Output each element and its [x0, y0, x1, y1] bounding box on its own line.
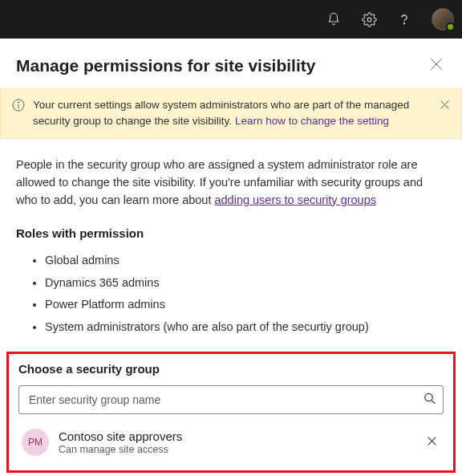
dismiss-banner-button[interactable]	[440, 99, 450, 115]
svg-line-10	[432, 400, 435, 403]
role-item: Dynamics 365 admins	[45, 272, 446, 295]
group-search	[18, 385, 444, 414]
panel-title: Manage permissions for site visibility	[16, 56, 315, 75]
group-avatar: PM	[22, 429, 49, 456]
info-icon	[12, 99, 25, 116]
group-text: Contoso site approvers Can manage site a…	[59, 429, 414, 456]
close-panel-button[interactable]	[427, 55, 446, 77]
panel-header: Manage permissions for site visibility	[16, 55, 446, 77]
svg-point-6	[18, 102, 18, 103]
selected-group-row: PM Contoso site approvers Can manage sit…	[18, 425, 444, 459]
user-avatar[interactable]	[432, 8, 454, 31]
search-icon[interactable]	[424, 392, 436, 407]
roles-list: Global admins Dynamics 365 admins Power …	[16, 250, 446, 338]
intro-link[interactable]: adding users to security groups	[214, 193, 376, 206]
group-search-input[interactable]	[18, 385, 444, 414]
roles-heading: Roles with permission	[16, 226, 446, 240]
app-header	[0, 0, 462, 39]
permissions-panel: Manage permissions for site visibility Y…	[0, 39, 462, 473]
group-name: Contoso site approvers	[59, 429, 414, 445]
banner-message: Your current settings allow system admin…	[33, 97, 432, 128]
role-item: Global admins	[45, 250, 446, 272]
group-picker-heading: Choose a security group	[18, 362, 444, 376]
svg-point-0	[367, 18, 371, 22]
security-group-section: Choose a security group PM Contoso site …	[6, 352, 456, 473]
settings-icon[interactable]	[361, 11, 377, 27]
banner-learn-link[interactable]: Learn how to change the setting	[235, 115, 389, 127]
svg-point-9	[425, 393, 432, 401]
group-subtitle: Can manage site access	[59, 444, 414, 455]
role-item: System administrators (who are also part…	[45, 316, 446, 339]
role-item: Power Platform admins	[45, 294, 446, 316]
help-icon[interactable]	[396, 11, 412, 27]
info-banner: Your current settings allow system admin…	[0, 88, 462, 139]
presence-available-icon	[446, 22, 455, 31]
remove-group-button[interactable]	[424, 432, 440, 453]
intro-paragraph: People in the security group who are ass…	[16, 157, 446, 209]
svg-point-1	[403, 23, 404, 24]
notifications-icon[interactable]	[326, 11, 342, 27]
